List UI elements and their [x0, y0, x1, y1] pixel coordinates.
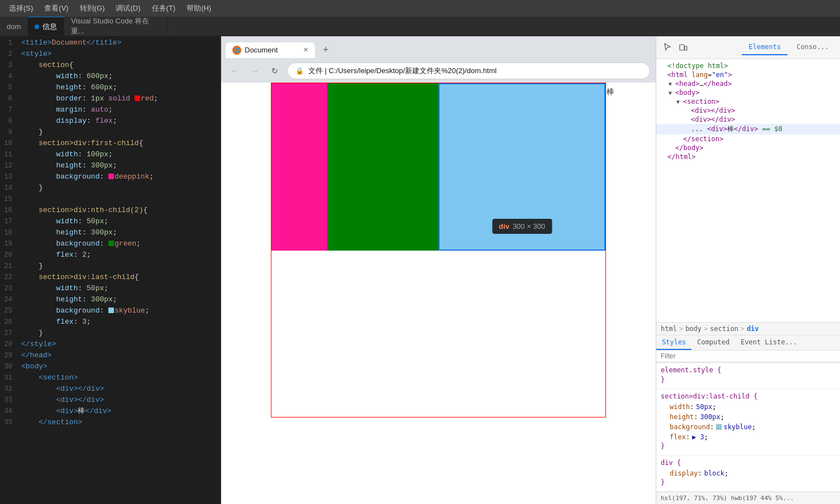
styles-block-close-0: }	[661, 376, 836, 383]
editor-panel: 1234567891011121314151617181920212223242…	[0, 36, 221, 504]
line-number-23: 23	[0, 283, 12, 294]
tree-node-content-6: <div></div>	[691, 116, 735, 123]
tree-node-9[interactable]: </body>	[656, 143, 840, 152]
nav-back-button[interactable]: ←	[227, 63, 242, 79]
line-number-9: 9	[0, 127, 12, 138]
menu-item-select[interactable]: 选择(S)	[4, 2, 37, 15]
filter-input[interactable]	[661, 352, 836, 360]
color-swatch[interactable]	[716, 424, 722, 430]
tree-node-1[interactable]: <html lang="en">	[656, 70, 840, 79]
styles-selector-0: element.style {	[661, 366, 836, 374]
tree-node-8[interactable]: </section>	[656, 135, 840, 143]
menu-item-debug[interactable]: 调试(D)	[111, 2, 145, 15]
svg-rect-1	[685, 46, 687, 50]
expand-arrow[interactable]: ▼	[669, 90, 675, 96]
tree-node-3[interactable]: ▼ <body>	[656, 88, 840, 97]
browser-viewport: 棒 div 300 × 300	[221, 83, 656, 504]
tree-node-content-3: <body>	[675, 89, 699, 97]
address-bar[interactable]: 🔒 文件 | C:/Users/leipe/Desktop/新建文件夹%20(2…	[287, 63, 650, 79]
line-number-8: 8	[0, 116, 12, 127]
line-number-16: 16	[0, 205, 12, 216]
devtools-device-button[interactable]	[676, 41, 690, 54]
menu-bar: 选择(S) 查看(V) 转到(G) 调试(D) 任务(T) 帮助(H)	[0, 0, 840, 17]
code-line-25: background: skyblue;	[21, 305, 221, 316]
tree-node-10[interactable]: </html>	[656, 152, 840, 161]
tooltip-size: 300 × 300	[513, 222, 545, 231]
editor-content[interactable]: 1234567891011121314151617181920212223242…	[0, 36, 221, 504]
expand-arrow[interactable]: ▼	[669, 81, 675, 87]
styles-tab-computed[interactable]: Computed	[691, 335, 735, 350]
nav-reload-button[interactable]: ↻	[267, 63, 283, 79]
page-content: 棒 div 300 × 300	[221, 83, 656, 504]
line-number-18: 18	[0, 227, 12, 238]
devtools-tab-console[interactable]: Conso...	[790, 40, 836, 55]
menu-item-goto[interactable]: 转到(G)	[75, 2, 109, 15]
tree-node-5[interactable]: <div></div>	[656, 106, 840, 115]
expand-arrow[interactable]: ▼	[676, 99, 683, 105]
browser-new-tab-button[interactable]: +	[317, 41, 335, 59]
styles-selector-1: section>div:last-child {	[661, 392, 836, 400]
breadcrumb-sep-2: >	[741, 325, 744, 333]
breadcrumb-section[interactable]: section	[710, 325, 738, 333]
styles-tab-event-liste...[interactable]: Event Liste...	[735, 335, 803, 350]
tree-node-0[interactable]: <!doctype html>	[656, 61, 840, 70]
devtools-tab-elements[interactable]: Elements	[742, 40, 787, 55]
vscode-tab-info[interactable]: 信息	[28, 17, 64, 36]
styles-block-2: div {display: block;}	[656, 455, 840, 492]
browser-tab-bar: 🌐 Document ✕ +	[221, 36, 656, 59]
tree-node-7[interactable]: ... <div>棒</div> == $0	[656, 124, 840, 135]
tab-label: dom	[7, 22, 21, 31]
code-line-4: width: 600px;	[21, 71, 221, 82]
vscode-tab-dom[interactable]: dom	[0, 17, 28, 36]
browser-tab-label: Document	[245, 46, 278, 54]
breadcrumb-body[interactable]: body	[685, 325, 701, 333]
address-text: 文件 | C:/Users/leipe/Desktop/新建文件夹%20(2)/…	[308, 66, 497, 76]
code-area[interactable]: <title>Document</title><style> section{ …	[17, 36, 221, 504]
styles-tab-styles[interactable]: Styles	[656, 335, 691, 350]
code-line-24: height: 300px;	[21, 294, 221, 305]
code-line-27: }	[21, 328, 221, 339]
menu-item-help[interactable]: 帮助(H)	[182, 2, 216, 15]
devtools-cursor-button[interactable]	[661, 41, 674, 54]
tree-node-4[interactable]: ▼ <section>	[656, 97, 840, 106]
code-line-15	[21, 194, 221, 205]
code-line-2: <style>	[21, 49, 221, 60]
nav-forward-button[interactable]: →	[247, 63, 262, 79]
line-number-4: 4	[0, 71, 12, 82]
styles-val: 300px	[700, 412, 720, 422]
browser-tab-document[interactable]: 🌐 Document ✕	[226, 42, 315, 58]
code-line-21: }	[21, 261, 221, 272]
tree-node-content-8: </section>	[683, 135, 723, 143]
browser-tab-close[interactable]: ✕	[303, 46, 308, 54]
code-line-18: height: 300px;	[21, 227, 221, 238]
address-lock-icon: 🔒	[295, 67, 304, 75]
tree-node-content-0: <!doctype html>	[667, 62, 728, 70]
line-number-28: 28	[0, 339, 12, 350]
menu-item-task[interactable]: 任务(T)	[147, 2, 180, 15]
line-number-32: 32	[0, 383, 12, 395]
tree-node-6[interactable]: <div></div>	[656, 115, 840, 124]
code-line-29: </head>	[21, 350, 221, 361]
code-line-12: height: 300px;	[21, 160, 221, 171]
demo-section: div 300 × 300	[271, 83, 606, 417]
tree-node-content-9: </body>	[675, 144, 704, 152]
code-line-9: }	[21, 127, 221, 138]
menu-item-view[interactable]: 查看(V)	[40, 2, 73, 15]
rule-semicolon: ;	[720, 412, 724, 422]
line-numbers: 1234567891011121314151617181920212223242…	[0, 36, 17, 504]
page-text: 棒	[607, 87, 614, 97]
rule-semicolon: ;	[712, 402, 716, 412]
code-line-23: width: 50px;	[21, 283, 221, 294]
elements-tree[interactable]: <!doctype html><html lang="en">▼ <head>……	[656, 59, 840, 322]
styles-rule-1-1: height: 300px;	[661, 412, 836, 422]
demo-div-3[interactable]: div 300 × 300	[438, 83, 605, 251]
tree-node-2[interactable]: ▼ <head>…</head>	[656, 79, 840, 88]
browser-tab-favicon: 🌐	[232, 46, 241, 55]
breadcrumb-html[interactable]: html	[661, 325, 677, 333]
breadcrumb-div[interactable]: div	[747, 325, 759, 333]
code-line-8: display: flex;	[21, 116, 221, 127]
vscode-tab-vscode[interactable]: Visual Studio Code 将在重...	[64, 17, 168, 36]
filter-bar[interactable]	[656, 351, 840, 362]
styles-section: StylesComputedEvent Liste... element.sty…	[656, 335, 840, 492]
code-line-32: <div></div>	[21, 383, 221, 395]
